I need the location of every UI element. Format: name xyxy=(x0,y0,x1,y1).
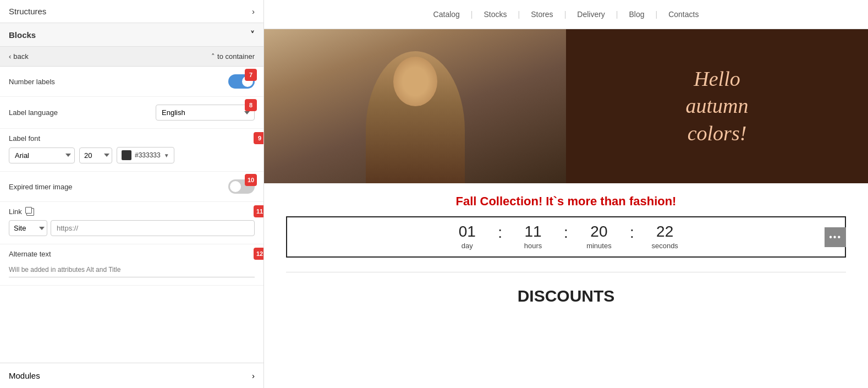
nav-catalog[interactable]: Catalog xyxy=(422,10,471,19)
countdown-day: 01 day xyxy=(440,224,495,250)
expired-timer-badge: 10 xyxy=(245,174,257,186)
preview-container: Catalog | Stocks | Stores | Delivery | B… xyxy=(264,0,868,388)
label-font-badge: 9 xyxy=(254,132,264,144)
blocks-header[interactable]: Blocks ˅ xyxy=(0,23,263,47)
countdown-seconds-num: 22 xyxy=(656,224,673,239)
number-labels-control: 7 xyxy=(228,74,255,89)
label-language-badge: 8 xyxy=(245,99,257,111)
nav-blog[interactable]: Blog xyxy=(618,10,655,19)
alternate-text-input[interactable] xyxy=(9,263,255,277)
label-language-select[interactable]: English French German Spanish xyxy=(156,105,255,121)
countdown-day-num: 01 xyxy=(459,224,476,239)
back-chevron-icon: ‹ xyxy=(9,52,11,61)
number-labels-badge: 7 xyxy=(245,69,257,81)
label-language-row: Label language English French German Spa… xyxy=(0,97,263,129)
countdown-sep-2: : xyxy=(564,225,568,249)
countdown-minutes-num: 20 xyxy=(590,224,607,239)
color-arrow-icon: ▼ xyxy=(164,152,169,159)
number-labels-label: Number labels xyxy=(9,78,55,86)
back-label: back xyxy=(13,52,28,61)
countdown-seconds-label: seconds xyxy=(651,242,678,250)
link-badge: 11 xyxy=(254,205,264,217)
alternate-text-row: Alternate text 12 xyxy=(0,244,263,286)
label-font-row: Label font Arial Helvetica Times New Rom… xyxy=(0,129,263,172)
alternate-text-badge: 12 xyxy=(254,248,264,260)
hero-text-area: Hello autumn colors! xyxy=(566,29,868,183)
link-type-select[interactable]: Site Email Phone Page xyxy=(9,220,47,236)
back-container-bar: ‹ back ˄ to container xyxy=(0,47,263,67)
nav-delivery[interactable]: Delivery xyxy=(566,10,616,19)
right-panel: Catalog | Stocks | Stores | Delivery | B… xyxy=(264,0,868,388)
countdown-box: 01 day : 11 hours : 20 minutes : 22 seco… xyxy=(286,216,846,258)
countdown-seconds: 22 seconds xyxy=(638,224,693,250)
nav-stocks[interactable]: Stocks xyxy=(473,10,518,19)
site-nav: Catalog | Stocks | Stores | Delivery | B… xyxy=(264,0,868,29)
countdown-hours-num: 11 xyxy=(525,224,542,239)
label-language-label: Label language xyxy=(9,108,58,117)
structures-header[interactable]: Structures › xyxy=(0,0,263,23)
countdown-sep-1: : xyxy=(498,225,502,249)
structures-chevron-icon: › xyxy=(252,7,255,16)
countdown-day-label: day xyxy=(462,242,473,250)
number-labels-row: Number labels 7 xyxy=(0,67,263,97)
countdown-sep-3: : xyxy=(630,225,634,249)
countdown-wrapper: 01 day : 11 hours : 20 minutes : 22 seco… xyxy=(264,216,868,266)
hero-photo xyxy=(264,29,566,183)
font-size-select[interactable]: 141618202224 xyxy=(79,147,112,163)
section-divider xyxy=(286,272,846,272)
nav-stores[interactable]: Stores xyxy=(520,10,564,19)
countdown-hours-label: hours xyxy=(524,242,542,250)
left-panel: Structures › Blocks ˅ ‹ back ˄ to contai… xyxy=(0,0,264,388)
link-url-input[interactable] xyxy=(51,220,255,236)
label-language-control: English French German Spanish 8 xyxy=(156,105,255,121)
alternate-text-label: Alternate text xyxy=(9,250,255,258)
to-container-label: to container xyxy=(217,52,255,61)
color-swatch xyxy=(122,150,131,160)
hero-script-text: Hello autumn colors! xyxy=(686,65,749,147)
font-family-select[interactable]: Arial Helvetica Times New Roman Georgia xyxy=(9,147,75,163)
font-controls: Arial Helvetica Times New Roman Georgia … xyxy=(9,147,255,163)
modules-chevron-icon: › xyxy=(252,371,255,380)
countdown-minutes-label: minutes xyxy=(586,242,612,250)
to-container-button[interactable]: ˄ to container xyxy=(211,52,255,61)
page-headline: Fall Collection! It`s more than fashion! xyxy=(264,183,868,216)
blocks-chevron-icon: ˅ xyxy=(250,30,255,40)
modules-footer[interactable]: Modules › xyxy=(0,363,263,388)
three-dots-button[interactable]: ••• xyxy=(825,227,846,247)
discounts-heading: DISCOUNTS xyxy=(264,278,868,314)
color-hex-value: #333333 xyxy=(135,151,161,159)
color-picker-button[interactable]: #333333 ▼ xyxy=(117,147,174,163)
expired-timer-image-row: Expired timer image 10 xyxy=(0,172,263,202)
nav-contacts[interactable]: Contacts xyxy=(657,10,710,19)
structures-label: Structures xyxy=(9,7,46,16)
expired-timer-image-control: 10 xyxy=(228,179,255,194)
link-label: Link xyxy=(9,207,255,216)
expired-timer-image-label: Expired timer image xyxy=(9,183,73,191)
link-controls: Site Email Phone Page xyxy=(9,220,255,236)
countdown-minutes: 20 minutes xyxy=(572,224,627,250)
back-button[interactable]: ‹ back xyxy=(9,52,29,61)
modules-label: Modules xyxy=(9,371,40,380)
hero-banner: Hello autumn colors! xyxy=(264,29,868,183)
copy-icon xyxy=(26,208,34,216)
label-font-label: Label font xyxy=(9,134,255,143)
countdown-hours: 11 hours xyxy=(506,224,561,250)
to-container-chevron-icon: ˄ xyxy=(211,52,215,61)
link-row: Link Site Email Phone Page 11 xyxy=(0,202,263,244)
blocks-label: Blocks xyxy=(9,30,36,40)
